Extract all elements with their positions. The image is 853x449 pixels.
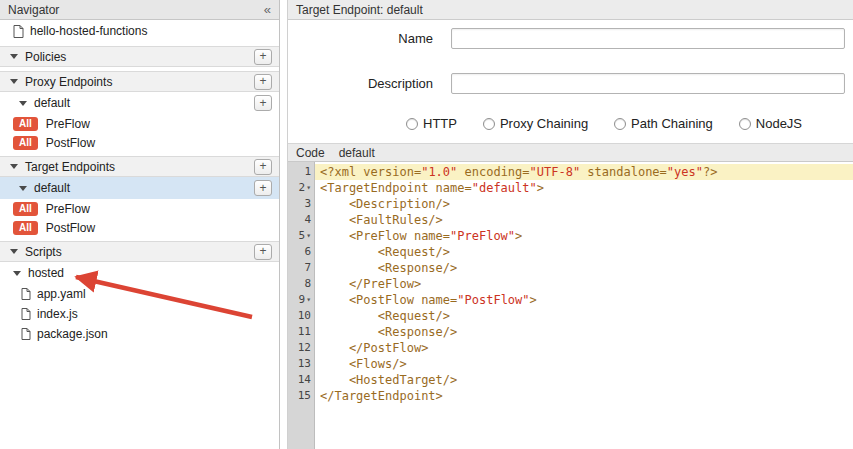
- detail-header: Target Endpoint: default: [288, 0, 853, 20]
- section-label: Proxy Endpoints: [25, 75, 112, 89]
- tree-item-label: index.js: [37, 307, 78, 321]
- section-target-endpoints[interactable]: Target Endpoints +: [0, 156, 279, 177]
- code-editor[interactable]: 1<?xml version="1.0" encoding="UTF-8" st…: [288, 162, 853, 449]
- code-line[interactable]: 9▾ <PostFlow name="PostFlow">: [288, 292, 853, 308]
- radio-http[interactable]: HTTP: [406, 116, 457, 131]
- code-line[interactable]: 7 <Response/>: [288, 260, 853, 276]
- description-label: Description: [288, 76, 433, 91]
- line-number[interactable]: 5▾: [288, 228, 315, 244]
- fold-toggle-icon[interactable]: ▾: [306, 228, 311, 244]
- code-line[interactable]: 15</TargetEndpoint>: [288, 388, 853, 404]
- tree-item-label: package.json: [37, 327, 108, 341]
- code-text[interactable]: </PreFlow>: [315, 276, 853, 292]
- code-line[interactable]: 11 <Response/>: [288, 324, 853, 340]
- radio-label: NodeJS: [756, 116, 802, 131]
- line-number[interactable]: 1: [288, 164, 315, 180]
- code-line[interactable]: 3 <Description/>: [288, 196, 853, 212]
- collapse-panel-button[interactable]: «: [264, 2, 271, 17]
- line-number[interactable]: 15: [288, 388, 315, 404]
- line-number[interactable]: 11: [288, 324, 315, 340]
- tree-item-target-preflow[interactable]: All PreFlow: [0, 199, 279, 218]
- flow-condition-badge: All: [13, 221, 38, 235]
- radio-proxy-chaining[interactable]: Proxy Chaining: [483, 116, 588, 131]
- add-target-endpoint-button[interactable]: +: [254, 159, 272, 175]
- description-input[interactable]: [451, 73, 845, 94]
- radio-icon[interactable]: [406, 118, 418, 130]
- radio-path-chaining[interactable]: Path Chaining: [614, 116, 713, 131]
- tree-item-label: hello-hosted-functions: [30, 24, 147, 38]
- line-number[interactable]: 12: [288, 340, 315, 356]
- line-number[interactable]: 14: [288, 372, 315, 388]
- tree-item-file-index-js[interactable]: index.js: [0, 304, 279, 324]
- add-proxy-flow-button[interactable]: +: [254, 95, 272, 111]
- tree-item-hosted-folder[interactable]: hosted: [0, 262, 279, 284]
- code-text[interactable]: <Request/>: [315, 308, 853, 324]
- tree-item-label: PreFlow: [46, 117, 90, 131]
- line-number[interactable]: 2▾: [288, 180, 315, 196]
- code-line[interactable]: 4 <FaultRules/>: [288, 212, 853, 228]
- code-text[interactable]: <Flows/>: [315, 356, 853, 372]
- add-target-flow-button[interactable]: +: [254, 180, 272, 196]
- code-text[interactable]: <PostFlow name="PostFlow">: [315, 292, 853, 308]
- code-text[interactable]: <HostedTarget/>: [315, 372, 853, 388]
- code-text[interactable]: <Response/>: [315, 260, 853, 276]
- code-text[interactable]: <Response/>: [315, 324, 853, 340]
- code-text[interactable]: <?xml version="1.0" encoding="UTF-8" sta…: [315, 164, 853, 180]
- code-line[interactable]: 5▾ <PreFlow name="PreFlow">: [288, 228, 853, 244]
- code-text[interactable]: <TargetEndpoint name="default">: [315, 180, 853, 196]
- code-text[interactable]: </PostFlow>: [315, 340, 853, 356]
- line-number[interactable]: 9▾: [288, 292, 315, 308]
- radio-icon[interactable]: [614, 118, 626, 130]
- code-text[interactable]: <Request/>: [315, 244, 853, 260]
- tree-item-label: PostFlow: [46, 221, 95, 235]
- code-text[interactable]: <PreFlow name="PreFlow">: [315, 228, 853, 244]
- name-input[interactable]: [451, 28, 845, 49]
- radio-icon[interactable]: [739, 118, 751, 130]
- code-text[interactable]: <Description/>: [315, 196, 853, 212]
- radio-icon[interactable]: [483, 118, 495, 130]
- code-line[interactable]: 6 <Request/>: [288, 244, 853, 260]
- fold-toggle-icon[interactable]: ▾: [306, 180, 311, 196]
- code-lines: 1<?xml version="1.0" encoding="UTF-8" st…: [288, 162, 853, 404]
- radio-label: Path Chaining: [631, 116, 713, 131]
- code-line[interactable]: 2▾<TargetEndpoint name="default">: [288, 180, 853, 196]
- triangle-down-icon: [19, 186, 27, 191]
- triangle-down-icon: [19, 101, 27, 106]
- line-number[interactable]: 6: [288, 244, 315, 260]
- line-number[interactable]: 3: [288, 196, 315, 212]
- tree-item-target-postflow[interactable]: All PostFlow: [0, 218, 279, 237]
- tree-item-target-endpoint-default[interactable]: default +: [0, 177, 279, 199]
- tree-item-proxy-postflow[interactable]: All PostFlow: [0, 133, 279, 152]
- code-line[interactable]: 13 <Flows/>: [288, 356, 853, 372]
- tree-item-label: PostFlow: [46, 136, 95, 150]
- code-line[interactable]: 12 </PostFlow>: [288, 340, 853, 356]
- fold-toggle-icon[interactable]: ▾: [306, 292, 311, 308]
- add-policy-button[interactable]: +: [254, 49, 272, 65]
- section-proxy-endpoints[interactable]: Proxy Endpoints +: [0, 71, 279, 92]
- section-scripts[interactable]: Scripts +: [0, 241, 279, 262]
- line-number[interactable]: 8: [288, 276, 315, 292]
- code-text[interactable]: <FaultRules/>: [315, 212, 853, 228]
- section-policies[interactable]: Policies +: [0, 46, 279, 67]
- line-number[interactable]: 4: [288, 212, 315, 228]
- code-tab[interactable]: Code: [296, 146, 325, 160]
- tree-item-file-package-json[interactable]: package.json: [0, 324, 279, 344]
- tree-item-label: default: [34, 181, 70, 195]
- line-number[interactable]: 10: [288, 308, 315, 324]
- code-text[interactable]: </TargetEndpoint>: [315, 388, 853, 404]
- tree-item-proxy-preflow[interactable]: All PreFlow: [0, 114, 279, 133]
- add-script-button[interactable]: +: [254, 244, 272, 260]
- triangle-down-icon: [10, 79, 18, 84]
- tree-item-proxy-endpoint-default[interactable]: default +: [0, 92, 279, 114]
- add-proxy-endpoint-button[interactable]: +: [254, 74, 272, 90]
- code-line[interactable]: 8 </PreFlow>: [288, 276, 853, 292]
- tree-item-proxy-bundle[interactable]: hello-hosted-functions: [0, 20, 279, 42]
- code-line[interactable]: 1<?xml version="1.0" encoding="UTF-8" st…: [288, 164, 853, 180]
- line-number[interactable]: 13: [288, 356, 315, 372]
- line-number[interactable]: 7: [288, 260, 315, 276]
- detail-panel: Target Endpoint: default Name Descriptio…: [287, 0, 853, 449]
- code-line[interactable]: 14 <HostedTarget/>: [288, 372, 853, 388]
- code-line[interactable]: 10 <Request/>: [288, 308, 853, 324]
- tree-item-file-app-yaml[interactable]: app.yaml: [0, 284, 279, 304]
- radio-nodejs[interactable]: NodeJS: [739, 116, 802, 131]
